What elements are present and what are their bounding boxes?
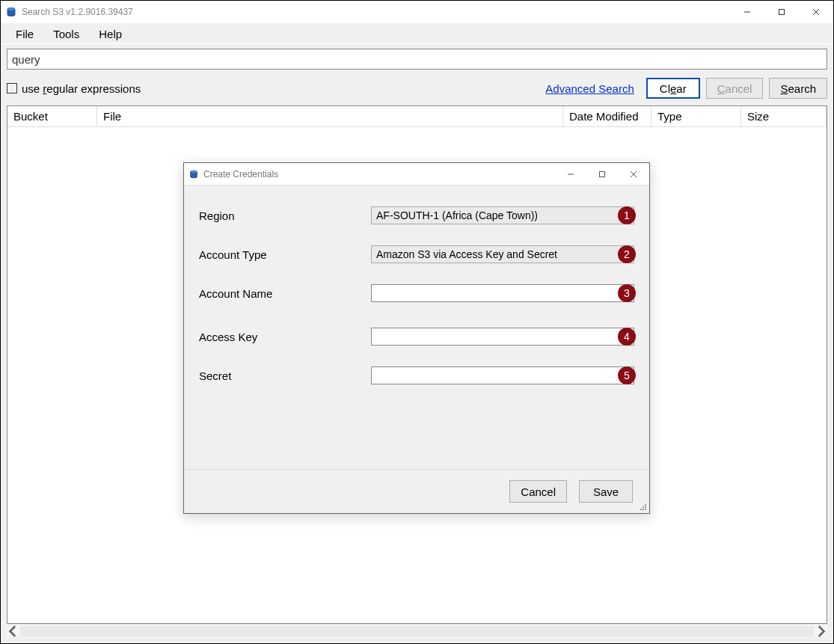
row-secret: Secret 5 <box>199 365 634 386</box>
horizontal-scrollbar[interactable] <box>7 624 827 637</box>
clear-button[interactable]: Clear <box>646 78 700 99</box>
svg-rect-13 <box>640 509 642 510</box>
account-name-input[interactable] <box>371 284 634 302</box>
dialog-title: Create Credentials <box>203 169 278 180</box>
regex-label[interactable]: use regular expressions <box>22 82 141 95</box>
scroll-track[interactable] <box>20 626 814 637</box>
regex-checkbox[interactable] <box>7 83 17 93</box>
svg-rect-7 <box>600 171 605 177</box>
svg-point-0 <box>7 7 15 10</box>
search-options-row: use regular expressions Advanced Search … <box>7 77 827 99</box>
search-button[interactable]: Search <box>769 78 827 99</box>
cancel-button: Cancel <box>706 78 764 99</box>
label-region: Region <box>199 209 371 222</box>
col-bucket[interactable]: Bucket <box>7 106 97 126</box>
svg-rect-11 <box>643 506 644 508</box>
svg-point-5 <box>191 170 197 173</box>
col-file[interactable]: File <box>97 106 563 126</box>
dialog-cancel-button[interactable]: Cancel <box>509 480 567 503</box>
svg-rect-12 <box>645 506 646 508</box>
dialog-footer: Cancel Save <box>184 470 649 513</box>
titlebar: Search S3 v1.2.9016.39437 <box>1 1 833 23</box>
menu-help[interactable]: Help <box>90 25 131 45</box>
svg-rect-15 <box>645 509 646 510</box>
dialog-body: Region AF-SOUTH-1 (Africa (Cape Town)) 1… <box>184 185 649 470</box>
dialog-titlebar: Create Credentials <box>184 163 649 185</box>
scroll-right-arrow-icon[interactable] <box>814 625 827 638</box>
advanced-search-link[interactable]: Advanced Search <box>545 82 634 95</box>
content-area: use regular expressions Advanced Search … <box>1 44 833 643</box>
access-key-input[interactable] <box>371 328 634 346</box>
col-type[interactable]: Type <box>651 106 741 126</box>
row-account-name: Account Name 3 <box>199 283 634 304</box>
badge-4: 4 <box>618 328 636 346</box>
label-secret: Secret <box>199 369 371 382</box>
row-region: Region AF-SOUTH-1 (Africa (Cape Town)) 1 <box>199 205 634 226</box>
secret-input[interactable] <box>371 367 634 384</box>
minimize-button[interactable] <box>730 1 764 23</box>
svg-rect-14 <box>643 509 644 510</box>
close-button[interactable] <box>799 1 833 23</box>
svg-rect-10 <box>645 504 646 506</box>
window-title: Search S3 v1.2.9016.39437 <box>22 7 133 17</box>
query-input[interactable] <box>7 49 827 70</box>
resize-grip-icon[interactable] <box>639 503 648 512</box>
region-dropdown[interactable]: AF-SOUTH-1 (Africa (Cape Town)) <box>371 206 634 224</box>
dialog-app-icon <box>188 169 199 180</box>
maximize-button[interactable] <box>764 1 799 23</box>
menu-file[interactable]: File <box>7 25 43 45</box>
label-access-key: Access Key <box>199 331 371 343</box>
badge-5: 5 <box>618 367 636 384</box>
label-account-name: Account Name <box>199 287 371 300</box>
main-window: Search S3 v1.2.9016.39437 File Tools Hel… <box>0 0 834 644</box>
row-access-key: Access Key 4 <box>199 326 634 347</box>
label-account-type: Account Type <box>199 248 371 261</box>
svg-rect-2 <box>779 10 785 15</box>
col-size[interactable]: Size <box>741 106 827 126</box>
table-header: Bucket File Date Modified Type Size <box>7 106 827 127</box>
menubar: File Tools Help <box>1 23 833 44</box>
dialog-minimize-button[interactable] <box>555 164 586 185</box>
dialog-close-button[interactable] <box>618 164 649 185</box>
badge-3: 3 <box>618 284 636 302</box>
dialog-maximize-button[interactable] <box>586 164 618 185</box>
badge-1: 1 <box>618 206 636 224</box>
badge-2: 2 <box>618 245 636 263</box>
scroll-left-arrow-icon[interactable] <box>7 625 20 638</box>
menu-tools[interactable]: Tools <box>44 25 88 45</box>
row-account-type: Account Type Amazon S3 via Access Key an… <box>199 244 634 265</box>
account-type-dropdown[interactable]: Amazon S3 via Access Key and Secret <box>371 245 634 263</box>
dialog-save-button[interactable]: Save <box>579 480 633 503</box>
col-date-modified[interactable]: Date Modified <box>563 106 651 126</box>
app-icon <box>5 6 17 18</box>
create-credentials-dialog: Create Credentials Region AF-SOUTH-1 (Af… <box>183 162 650 514</box>
